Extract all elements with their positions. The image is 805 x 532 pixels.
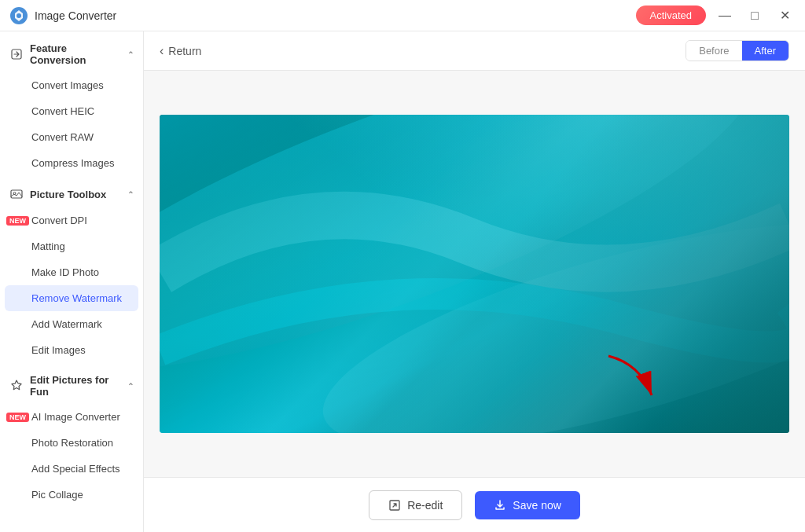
app-title: Image Converter bbox=[35, 9, 116, 22]
sidebar-item-remove-watermark[interactable]: Remove Watermark bbox=[5, 285, 138, 311]
picture-toolbox-label: Picture Toolbox bbox=[30, 189, 121, 200]
picture-toolbox-chevron: ⌃ bbox=[127, 190, 134, 199]
sidebar-section-header-picture-toolbox[interactable]: Picture Toolbox ⌃ bbox=[0, 179, 143, 207]
sidebar-item-compress-images[interactable]: Compress Images bbox=[0, 150, 143, 176]
before-button[interactable]: Before bbox=[686, 41, 741, 61]
re-edit-button[interactable]: Re-edit bbox=[369, 490, 462, 520]
red-arrow-icon bbox=[601, 348, 663, 411]
sidebar-item-make-id-photo[interactable]: Make ID Photo bbox=[0, 259, 143, 285]
image-container bbox=[144, 71, 805, 477]
svg-point-6 bbox=[303, 178, 789, 433]
minimize-button[interactable]: — bbox=[714, 5, 736, 27]
main-layout: Feature Conversion ⌃ Convert Images Conv… bbox=[0, 31, 805, 532]
new-badge-convert-dpi: NEW bbox=[6, 216, 29, 226]
sidebar-item-add-watermark[interactable]: Add Watermark bbox=[0, 311, 143, 337]
arrow-overlay bbox=[601, 348, 663, 414]
sidebar-item-convert-images[interactable]: Convert Images bbox=[0, 72, 143, 98]
feature-conversion-icon bbox=[9, 47, 24, 61]
sidebar-section-header-feature-conversion[interactable]: Feature Conversion ⌃ bbox=[0, 35, 143, 72]
sidebar-section-picture-toolbox: Picture Toolbox ⌃ NEW Convert DPI Mattin… bbox=[0, 179, 143, 363]
save-now-button[interactable]: Save now bbox=[475, 491, 579, 519]
new-badge-ai-converter: NEW bbox=[6, 413, 29, 422]
svg-rect-4 bbox=[160, 115, 789, 433]
close-button[interactable]: ✕ bbox=[774, 5, 796, 27]
edit-pictures-chevron: ⌃ bbox=[127, 382, 134, 391]
return-chevron-icon: ‹ bbox=[160, 44, 164, 58]
sidebar-section-edit-pictures-fun: Edit Pictures for Fun ⌃ NEW AI Image Con… bbox=[0, 366, 143, 508]
svg-point-1 bbox=[17, 13, 21, 18]
title-bar: Image Converter Activated — □ ✕ bbox=[0, 0, 805, 31]
sidebar-item-photo-restoration[interactable]: Photo Restoration bbox=[0, 430, 143, 456]
bottom-bar: Re-edit Save now bbox=[144, 477, 805, 532]
image-svg-overlay bbox=[160, 115, 789, 433]
return-button[interactable]: ‹ Return bbox=[160, 44, 201, 58]
maximize-button[interactable]: □ bbox=[744, 5, 766, 27]
sidebar-section-header-edit-pictures-fun[interactable]: Edit Pictures for Fun ⌃ bbox=[0, 366, 143, 404]
save-icon bbox=[494, 499, 506, 512]
sidebar-section-feature-conversion: Feature Conversion ⌃ Convert Images Conv… bbox=[0, 35, 143, 176]
content-topbar: ‹ Return Before After bbox=[144, 31, 805, 71]
sidebar-item-convert-dpi[interactable]: NEW Convert DPI bbox=[0, 207, 143, 233]
feature-conversion-label: Feature Conversion bbox=[30, 42, 121, 66]
title-bar-controls: Activated — □ ✕ bbox=[636, 5, 796, 27]
sidebar: Feature Conversion ⌃ Convert Images Conv… bbox=[0, 31, 144, 532]
re-edit-icon bbox=[388, 499, 401, 512]
feature-conversion-chevron: ⌃ bbox=[127, 50, 134, 59]
edit-pictures-label: Edit Pictures for Fun bbox=[30, 374, 121, 398]
edit-pictures-icon bbox=[9, 379, 24, 393]
sidebar-item-add-special-effects[interactable]: Add Special Effects bbox=[0, 456, 143, 482]
sidebar-item-pic-collage[interactable]: Pic Collage bbox=[0, 482, 143, 508]
before-after-toggle: Before After bbox=[686, 40, 789, 61]
after-button[interactable]: After bbox=[742, 41, 788, 61]
app-icon bbox=[9, 6, 28, 25]
sidebar-item-convert-heic[interactable]: Convert HEIC bbox=[0, 98, 143, 124]
sidebar-item-edit-images[interactable]: Edit Images bbox=[0, 337, 143, 363]
main-image bbox=[160, 115, 789, 433]
svg-point-5 bbox=[160, 115, 782, 432]
content-area: ‹ Return Before After bbox=[144, 31, 805, 532]
activated-button[interactable]: Activated bbox=[636, 6, 706, 25]
sidebar-item-matting[interactable]: Matting bbox=[0, 233, 143, 259]
title-bar-left: Image Converter bbox=[9, 6, 116, 25]
picture-toolbox-icon bbox=[9, 187, 24, 201]
sidebar-item-convert-raw[interactable]: Convert RAW bbox=[0, 124, 143, 150]
sidebar-item-ai-image-converter[interactable]: NEW AI Image Converter bbox=[0, 404, 143, 430]
